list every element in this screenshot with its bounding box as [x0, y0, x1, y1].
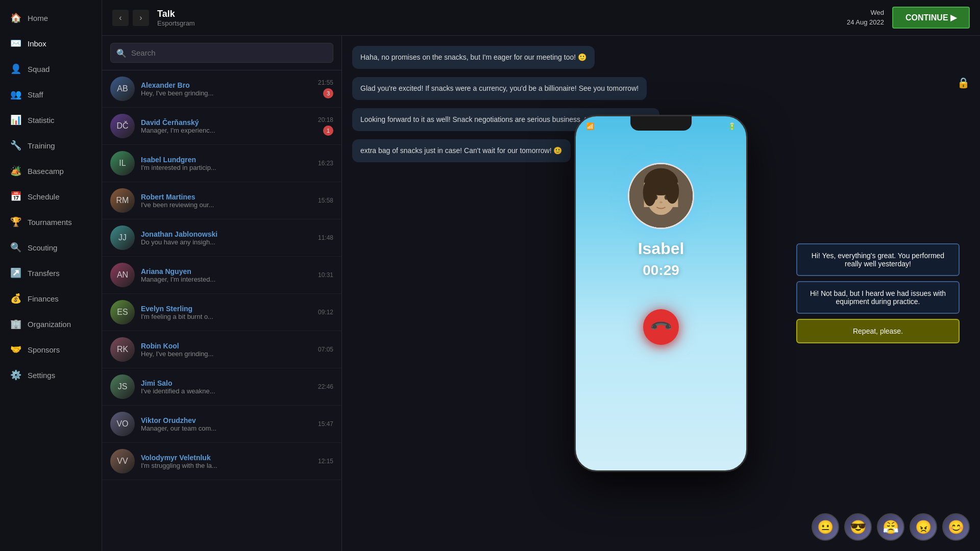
chat-list-item[interactable]: IL Isabel Lundgren I'm interested in par…: [102, 145, 341, 182]
chat-name: Robert Martines: [141, 193, 312, 201]
chat-list-item[interactable]: JJ Jonathan Jablonowski Do you have any …: [102, 219, 341, 257]
forward-button[interactable]: ›: [133, 10, 149, 26]
chat-name: Alexander Bro: [141, 81, 312, 89]
end-call-button[interactable]: 📞: [643, 309, 679, 345]
chat-time: 22:46: [318, 383, 333, 390]
content-wrapper: 🔒 Haha, no promises on the snacks, but I…: [342, 36, 980, 551]
sidebar-item-scouting[interactable]: 🔍 Scouting: [0, 235, 102, 260]
phone-notch: [630, 116, 692, 131]
sidebar-item-organization[interactable]: 🏢 Organization: [0, 311, 102, 337]
chat-list-item[interactable]: RK Robin Kool Hey, I've been grinding...…: [102, 331, 341, 368]
caller-name: Isabel: [638, 239, 684, 258]
chat-preview: Manager, I'm interested...: [141, 276, 312, 283]
chat-preview: I'm feeling a bit burnt o...: [141, 313, 312, 320]
sidebar-item-basecamp[interactable]: 🏕️ Basecamp: [0, 158, 102, 184]
sidebar-item-sponsors[interactable]: 🤝 Sponsors: [0, 337, 102, 362]
sidebar-label-home: Home: [28, 14, 48, 22]
chat-name: Viktor Orudzhev: [141, 416, 312, 424]
sidebar-label-tournaments: Tournaments: [28, 218, 72, 227]
chat-list-item[interactable]: AN Ariana Nguyen Manager, I'm interested…: [102, 257, 341, 294]
page-subtitle: Esportsgram: [157, 19, 195, 27]
chat-preview: Hey, I've been grinding...: [141, 350, 312, 358]
chat-list-item[interactable]: VO Viktor Orudzhev Manager, our team com…: [102, 406, 341, 443]
sidebar-item-staff[interactable]: 👥 Staff: [0, 82, 102, 107]
chat-preview: I'm struggling with the la...: [141, 462, 312, 469]
response-option-3[interactable]: Repeat, please.: [796, 319, 960, 343]
chat-time: 11:48: [318, 234, 333, 241]
chat-name: Isabel Lundgren: [141, 156, 312, 164]
chat-list-item[interactable]: JS Jimi Salo I've identified a weakne...…: [102, 368, 341, 406]
sidebar-item-statistic[interactable]: 📊 Statistic: [0, 107, 102, 133]
sidebar-item-schedule[interactable]: 📅 Schedule: [0, 184, 102, 209]
chat-list-item[interactable]: VV Volodymyr Veletnluk I'm struggling wi…: [102, 443, 341, 480]
topbar-nav: ‹ ›: [112, 10, 149, 26]
chat-info: Volodymyr Veletnluk I'm struggling with …: [141, 454, 312, 469]
sidebar-label-organization: Organization: [28, 320, 71, 329]
search-icon: 🔍: [116, 48, 127, 58]
phone-signal: 📶: [586, 122, 594, 130]
sidebar-item-finances[interactable]: 💰 Finances: [0, 286, 102, 311]
chat-preview: I've identified a weakne...: [141, 387, 312, 395]
chat-list-item[interactable]: ES Evelyn Sterling I'm feeling a bit bur…: [102, 294, 341, 331]
emoji-avatar-emoji4[interactable]: 😠: [910, 513, 937, 541]
back-button[interactable]: ‹: [112, 10, 129, 26]
phone-overlay: 📶 12:30 🔋: [574, 115, 748, 472]
emoji-avatar-emoji1[interactable]: 😐: [812, 513, 839, 541]
continue-button[interactable]: CONTINUE ▶: [892, 7, 970, 29]
statistic-icon: 📊: [10, 114, 21, 126]
chat-avatar: AN: [110, 263, 135, 287]
sidebar-item-home[interactable]: 🏠 Home: [0, 5, 102, 31]
response-options: Hi! Yes, everything's great. You perform…: [796, 243, 960, 343]
sidebar-label-statistic: Statistic: [28, 116, 55, 124]
response-option-2[interactable]: Hi! Not bad, but I heard we had issues w…: [796, 281, 960, 314]
emoji-avatar-emoji5[interactable]: 😊: [942, 513, 970, 541]
chat-time: 12:15: [318, 458, 333, 465]
home-icon: 🏠: [10, 12, 21, 23]
sidebar-item-settings[interactable]: ⚙️ Settings: [0, 362, 102, 388]
search-input[interactable]: [110, 43, 333, 63]
topbar-date: Wed 24 Aug 2022: [847, 8, 884, 27]
training-icon: 🔧: [10, 140, 21, 151]
chat-avatar: RK: [110, 337, 135, 362]
chat-avatar: VV: [110, 449, 135, 473]
svg-point-7: [659, 201, 663, 203]
chat-entries: AB Alexander Bro Hey, I've been grinding…: [102, 70, 341, 551]
sidebar-item-squad[interactable]: 👤 Squad: [0, 56, 102, 82]
caller-photo-inner: [629, 164, 693, 228]
chat-info: Isabel Lundgren I'm interested in partic…: [141, 156, 312, 171]
chat-preview: Manager, I'm experienc...: [141, 127, 312, 134]
main-content: ‹ › Talk Esportsgram Wed 24 Aug 2022 CON…: [102, 0, 980, 551]
sidebar-item-tournaments[interactable]: 🏆 Tournaments: [0, 209, 102, 235]
chat-preview: Hey, I've been grinding...: [141, 89, 312, 97]
settings-icon: ⚙️: [10, 369, 21, 381]
sidebar-item-training[interactable]: 🔧 Training: [0, 133, 102, 158]
emoji-avatar-emoji3[interactable]: 😤: [877, 513, 904, 541]
sidebar-item-inbox[interactable]: ✉️ Inbox: [0, 31, 102, 56]
chat-info: Jimi Salo I've identified a weakne...: [141, 379, 312, 395]
chat-name: Volodymyr Veletnluk: [141, 454, 312, 462]
chat-info: Ariana Nguyen Manager, I'm interested...: [141, 267, 312, 283]
staff-icon: 👥: [10, 89, 21, 100]
emoji-avatar-emoji2[interactable]: 😎: [844, 513, 872, 541]
chat-name: Robin Kool: [141, 342, 312, 350]
sidebar-label-sponsors: Sponsors: [28, 345, 60, 354]
chat-list-item[interactable]: AB Alexander Bro Hey, I've been grinding…: [102, 70, 341, 108]
chat-badge: 3: [323, 88, 333, 98]
sidebar-label-squad: Squad: [28, 65, 50, 73]
message-received: extra bag of snacks just in case! Can't …: [352, 139, 571, 162]
sidebar-label-basecamp: Basecamp: [28, 167, 64, 176]
chat-time: 10:31: [318, 271, 333, 279]
sidebar-label-settings: Settings: [28, 371, 55, 380]
response-option-1[interactable]: Hi! Yes, everything's great. You perform…: [796, 243, 960, 276]
chat-info: Jonathan Jablonowski Do you have any ins…: [141, 230, 312, 246]
chat-time: 07:05: [318, 346, 333, 353]
basecamp-icon: 🏕️: [10, 165, 21, 177]
chat-info: Alexander Bro Hey, I've been grinding...: [141, 81, 312, 97]
chat-info: Viktor Orudzhev Manager, our team com...: [141, 416, 312, 432]
end-call-icon: 📞: [649, 315, 673, 339]
sidebar-item-transfers[interactable]: ↗️ Transfers: [0, 260, 102, 286]
chat-list-item[interactable]: RM Robert Martines I've been reviewing o…: [102, 182, 341, 219]
sidebar-label-inbox: Inbox: [28, 39, 46, 48]
chat-list-item[interactable]: DČ David Čerňanský Manager, I'm experien…: [102, 108, 341, 145]
chat-time: 16:23: [318, 160, 333, 167]
